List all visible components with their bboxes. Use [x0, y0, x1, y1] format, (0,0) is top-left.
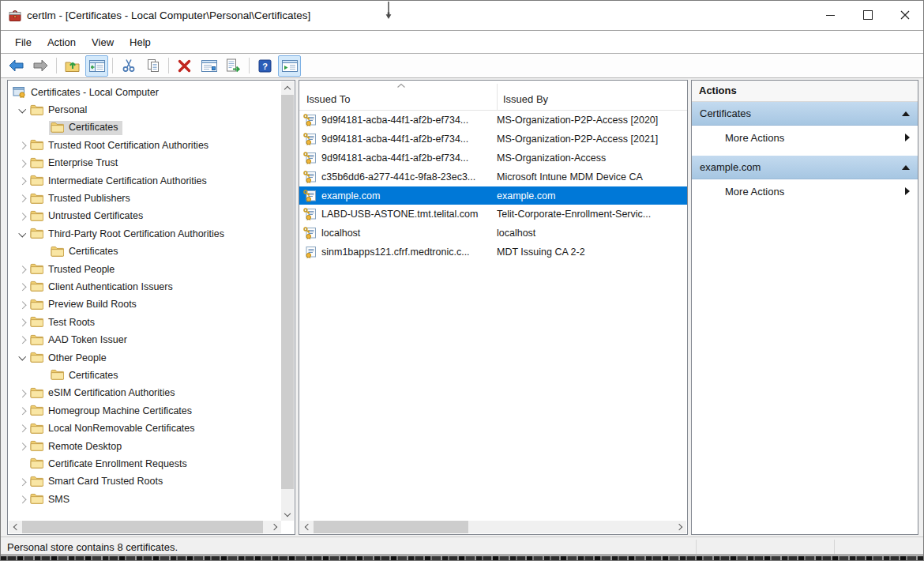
tree-item-selected[interactable]: Certificates	[49, 121, 122, 135]
cut-button[interactable]	[117, 55, 140, 77]
list-row[interactable]: LABD-USB-ASTONE.tmt.telital.comTelit-Cor…	[299, 205, 687, 224]
collapse-arrow-icon[interactable]	[902, 165, 910, 170]
chevron-right-icon[interactable]	[18, 496, 25, 503]
show-action-pane-button[interactable]	[278, 55, 301, 77]
list-row-selected[interactable]: example.comexample.com	[299, 186, 687, 205]
chevron-right-icon[interactable]	[18, 478, 25, 485]
tree-item[interactable]: Certificates - Local Computer	[8, 84, 281, 101]
show-console-tree-button[interactable]	[85, 55, 108, 77]
forward-button[interactable]	[29, 55, 52, 77]
column-header-issued-by[interactable]: Issued By	[503, 93, 548, 105]
tree-item[interactable]: Certificate Enrollment Requests	[8, 455, 281, 473]
tree-item-content[interactable]: Remote Desktop	[28, 439, 126, 454]
tree-item[interactable]: Other People	[8, 349, 281, 367]
tree-item-content[interactable]: Trusted Publishers	[28, 192, 134, 206]
tree-item-content[interactable]: Homegroup Machine Certificates	[28, 404, 196, 418]
list-row[interactable]: c35b6dd6-a277-441c-9fa8-23ec3...Microsof…	[299, 168, 687, 186]
tree-item-content[interactable]: Test Roots	[28, 315, 99, 329]
more-actions-item[interactable]: More Actions	[692, 126, 918, 149]
scroll-down-arrow[interactable]	[281, 508, 294, 521]
tree-item[interactable]: Client Authentication Issuers	[8, 278, 281, 296]
menu-action[interactable]: Action	[39, 33, 84, 51]
tree-item[interactable]: Local NonRemovable Certificates	[8, 420, 281, 437]
tree-item[interactable]: Certificates	[8, 119, 281, 137]
tree-item-content[interactable]: Untrusted Certificates	[28, 209, 147, 224]
scroll-up-arrow[interactable]	[281, 81, 294, 94]
tree-item-content[interactable]: Certificate Enrollment Requests	[28, 457, 191, 471]
tree-item-content[interactable]: Personal	[28, 104, 91, 118]
tree-item-content[interactable]: Intermediate Certification Authorities	[28, 174, 211, 188]
tree-item-content[interactable]: Third-Party Root Certification Authoriti…	[28, 227, 228, 241]
scroll-left-arrow[interactable]	[300, 521, 313, 533]
list-hscroll-thumb[interactable]	[314, 521, 468, 533]
copy-button[interactable]	[141, 55, 164, 77]
tree-item[interactable]: Certificates	[8, 243, 281, 261]
more-actions-item[interactable]: More Actions	[692, 179, 918, 203]
tree-item[interactable]: SMS	[8, 491, 281, 508]
tree-horizontal-scrollbar[interactable]	[9, 521, 281, 533]
chevron-right-icon[interactable]	[18, 195, 25, 202]
help-button[interactable]: ?	[254, 55, 276, 77]
chevron-down-icon[interactable]	[18, 105, 25, 112]
actions-group-header[interactable]: example.com	[692, 156, 918, 179]
tree-item-content[interactable]: Certificates - Local Computer	[11, 85, 163, 100]
chevron-right-icon[interactable]	[18, 337, 25, 344]
list-row[interactable]: 9d9f4181-acba-44f1-af2b-ef734...MS-Organ…	[299, 149, 687, 168]
chevron-right-icon[interactable]	[18, 319, 25, 326]
tree-item[interactable]: Preview Build Roots	[8, 296, 281, 314]
tree-item[interactable]: Smart Card Trusted Roots	[8, 473, 281, 491]
tree-hscroll-thumb[interactable]	[22, 521, 263, 533]
chevron-down-icon[interactable]	[18, 353, 25, 360]
delete-button[interactable]	[173, 55, 196, 77]
tree-item-content[interactable]: Enterprise Trust	[28, 156, 122, 171]
tree-item-content[interactable]: Local NonRemovable Certificates	[28, 422, 199, 436]
tree-item[interactable]: Untrusted Certificates	[8, 208, 281, 225]
tree-item-content[interactable]: Trusted Root Certification Authorities	[28, 138, 212, 152]
menu-file[interactable]: File	[7, 33, 39, 51]
tree-item[interactable]: Trusted People	[8, 261, 281, 278]
chevron-right-icon[interactable]	[18, 213, 25, 220]
tree-item[interactable]: Trusted Root Certification Authorities	[8, 137, 281, 154]
chevron-right-icon[interactable]	[18, 425, 25, 432]
list-horizontal-scrollbar[interactable]	[300, 521, 686, 533]
chevron-right-icon[interactable]	[18, 284, 25, 291]
chevron-right-icon[interactable]	[18, 178, 25, 185]
tree-item[interactable]: Remote Desktop	[8, 438, 281, 455]
tree-item-content[interactable]: Other People	[28, 351, 111, 365]
minimize-button[interactable]	[812, 1, 849, 29]
column-header-issued-to[interactable]: Issued To	[306, 93, 350, 105]
menu-view[interactable]: View	[84, 33, 122, 51]
tree-item[interactable]: Homegroup Machine Certificates	[8, 402, 281, 420]
export-list-button[interactable]	[222, 55, 245, 77]
up-one-level-button[interactable]	[61, 55, 84, 77]
tree-item-content[interactable]: Trusted People	[28, 262, 118, 277]
tree-item[interactable]: Trusted Publishers	[8, 190, 281, 207]
properties-button[interactable]	[197, 55, 220, 77]
chevron-right-icon[interactable]	[18, 160, 25, 167]
chevron-right-icon[interactable]	[18, 442, 25, 450]
tree-vscroll-thumb[interactable]	[281, 95, 294, 489]
list-row[interactable]: 9d9f4181-acba-44f1-af2b-ef734...MS-Organ…	[299, 111, 687, 130]
tree-item-content[interactable]: Smart Card Trusted Roots	[28, 475, 167, 489]
column-divider[interactable]	[497, 84, 498, 110]
maximize-button[interactable]	[849, 1, 886, 29]
list-row[interactable]: sinm1bapps121.cfrf.medtronic.c...MDT Iss…	[299, 243, 687, 262]
tree-item[interactable]: Enterprise Trust	[8, 155, 281, 172]
tree-item-content[interactable]: Certificates	[49, 368, 122, 382]
tree-item[interactable]: Third-Party Root Certification Authoriti…	[8, 225, 281, 243]
chevron-right-icon[interactable]	[18, 265, 25, 273]
chevron-right-icon[interactable]	[18, 142, 25, 149]
scroll-right-arrow[interactable]	[674, 521, 686, 533]
tree-item[interactable]: Test Roots	[8, 314, 281, 331]
tree-item[interactable]: Intermediate Certification Authorities	[8, 172, 281, 190]
tree-item-content[interactable]: SMS	[28, 492, 73, 506]
list-row[interactable]: localhostlocalhost	[299, 224, 687, 243]
chevron-down-icon[interactable]	[18, 229, 25, 236]
chevron-right-icon[interactable]	[18, 390, 25, 397]
tree-vertical-scrollbar[interactable]	[281, 81, 294, 521]
back-button[interactable]	[5, 55, 28, 77]
chevron-right-icon[interactable]	[18, 408, 25, 415]
tree-item-content[interactable]: AAD Token Issuer	[28, 333, 131, 348]
menu-help[interactable]: Help	[122, 33, 159, 51]
list-row[interactable]: 9d9f4181-acba-44f1-af2b-ef734...MS-Organ…	[299, 130, 687, 149]
